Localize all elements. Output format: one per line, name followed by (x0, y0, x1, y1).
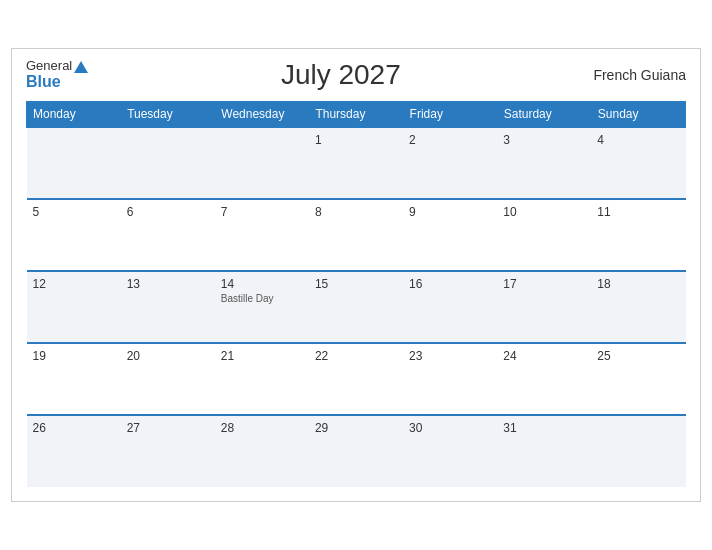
day-number: 4 (597, 133, 679, 147)
calendar-cell: 16 (403, 271, 497, 343)
calendar-header: General Blue July 2027 French Guiana (26, 59, 686, 91)
calendar-weekday-header: MondayTuesdayWednesdayThursdayFridaySatu… (27, 102, 686, 128)
week-row-5: 262728293031 (27, 415, 686, 487)
weekday-row: MondayTuesdayWednesdayThursdayFridaySatu… (27, 102, 686, 128)
calendar-cell: 7 (215, 199, 309, 271)
calendar-cell: 18 (591, 271, 685, 343)
calendar-container: General Blue July 2027 French Guiana Mon… (11, 48, 701, 502)
day-number: 26 (33, 421, 115, 435)
holiday-label: Bastille Day (221, 293, 303, 304)
region-label: French Guiana (593, 67, 686, 83)
logo-general-text: General (26, 59, 88, 73)
logo: General Blue (26, 59, 88, 91)
calendar-cell (121, 127, 215, 199)
calendar-cell: 3 (497, 127, 591, 199)
logo-triangle-icon (74, 61, 88, 73)
calendar-cell: 31 (497, 415, 591, 487)
day-number: 31 (503, 421, 585, 435)
day-number: 14 (221, 277, 303, 291)
calendar-cell: 1 (309, 127, 403, 199)
day-number: 16 (409, 277, 491, 291)
calendar-table: MondayTuesdayWednesdayThursdayFridaySatu… (26, 101, 686, 487)
weekday-header-wednesday: Wednesday (215, 102, 309, 128)
calendar-cell: 8 (309, 199, 403, 271)
calendar-cell: 2 (403, 127, 497, 199)
calendar-cell: 21 (215, 343, 309, 415)
day-number: 6 (127, 205, 209, 219)
day-number: 27 (127, 421, 209, 435)
week-row-3: 121314Bastille Day15161718 (27, 271, 686, 343)
day-number: 20 (127, 349, 209, 363)
calendar-cell: 6 (121, 199, 215, 271)
day-number: 28 (221, 421, 303, 435)
day-number: 19 (33, 349, 115, 363)
logo-blue-text: Blue (26, 73, 88, 91)
calendar-cell: 20 (121, 343, 215, 415)
calendar-cell: 14Bastille Day (215, 271, 309, 343)
calendar-title: July 2027 (281, 59, 401, 91)
day-number: 11 (597, 205, 679, 219)
calendar-cell (215, 127, 309, 199)
day-number: 13 (127, 277, 209, 291)
day-number: 9 (409, 205, 491, 219)
calendar-cell: 25 (591, 343, 685, 415)
calendar-cell: 11 (591, 199, 685, 271)
day-number: 29 (315, 421, 397, 435)
calendar-body: 1234567891011121314Bastille Day151617181… (27, 127, 686, 487)
calendar-cell: 24 (497, 343, 591, 415)
day-number: 15 (315, 277, 397, 291)
calendar-cell: 30 (403, 415, 497, 487)
calendar-cell: 22 (309, 343, 403, 415)
calendar-cell: 4 (591, 127, 685, 199)
day-number: 24 (503, 349, 585, 363)
day-number: 18 (597, 277, 679, 291)
weekday-header-tuesday: Tuesday (121, 102, 215, 128)
calendar-cell: 27 (121, 415, 215, 487)
week-row-2: 567891011 (27, 199, 686, 271)
calendar-cell: 29 (309, 415, 403, 487)
day-number: 23 (409, 349, 491, 363)
calendar-cell: 12 (27, 271, 121, 343)
day-number: 22 (315, 349, 397, 363)
day-number: 1 (315, 133, 397, 147)
calendar-cell: 19 (27, 343, 121, 415)
day-number: 2 (409, 133, 491, 147)
day-number: 7 (221, 205, 303, 219)
day-number: 12 (33, 277, 115, 291)
day-number: 25 (597, 349, 679, 363)
weekday-header-saturday: Saturday (497, 102, 591, 128)
calendar-cell: 10 (497, 199, 591, 271)
calendar-cell (591, 415, 685, 487)
day-number: 10 (503, 205, 585, 219)
calendar-cell: 28 (215, 415, 309, 487)
calendar-cell: 23 (403, 343, 497, 415)
calendar-cell: 5 (27, 199, 121, 271)
weekday-header-friday: Friday (403, 102, 497, 128)
week-row-1: 1234 (27, 127, 686, 199)
weekday-header-thursday: Thursday (309, 102, 403, 128)
day-number: 3 (503, 133, 585, 147)
calendar-cell: 17 (497, 271, 591, 343)
weekday-header-sunday: Sunday (591, 102, 685, 128)
calendar-cell: 26 (27, 415, 121, 487)
calendar-cell: 15 (309, 271, 403, 343)
week-row-4: 19202122232425 (27, 343, 686, 415)
weekday-header-monday: Monday (27, 102, 121, 128)
day-number: 17 (503, 277, 585, 291)
day-number: 8 (315, 205, 397, 219)
calendar-cell (27, 127, 121, 199)
calendar-cell: 9 (403, 199, 497, 271)
day-number: 30 (409, 421, 491, 435)
day-number: 21 (221, 349, 303, 363)
calendar-cell: 13 (121, 271, 215, 343)
day-number: 5 (33, 205, 115, 219)
